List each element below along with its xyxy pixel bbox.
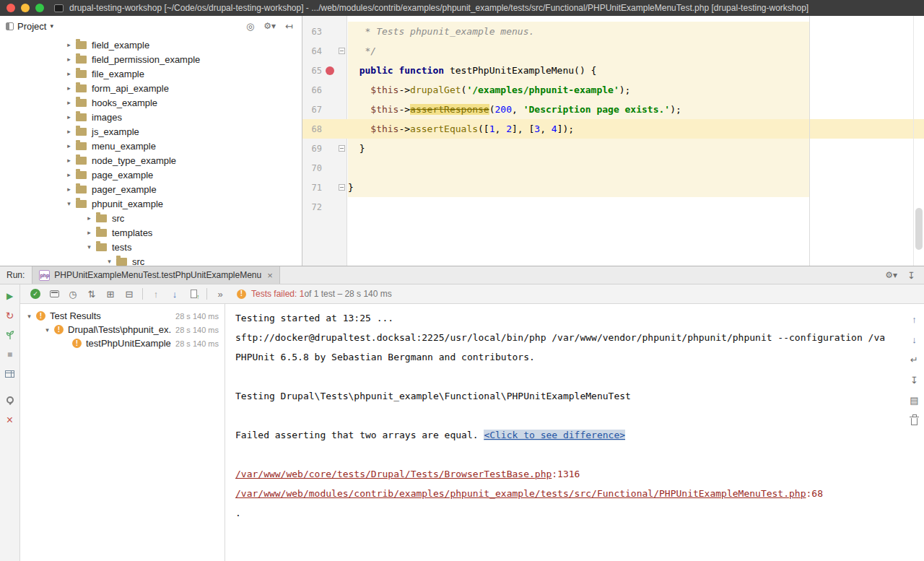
fold-marker-icon[interactable] [339, 184, 345, 191]
pin-icon[interactable] [2, 393, 18, 409]
export-results-icon[interactable] [184, 287, 203, 301]
chevron-right-icon[interactable]: ▸ [64, 84, 74, 92]
zoom-window-button[interactable] [35, 4, 44, 12]
editor-line[interactable]: 68 $this->assertEquals([1, 2], [3, 4]); [302, 119, 924, 139]
console-output[interactable]: Testing started at 13:25 ...sftp://docke… [225, 304, 905, 561]
chevron-right-icon[interactable]: ▸ [64, 41, 74, 48]
settings-gear-icon[interactable]: ⚙▾ [263, 22, 276, 30]
show-passed-icon[interactable]: ✓ [26, 287, 45, 301]
clear-all-icon[interactable] [907, 414, 922, 427]
project-item-label: page_example [92, 170, 153, 181]
console-icon[interactable] [45, 287, 64, 301]
next-occurrence-icon[interactable]: ↓ [165, 287, 184, 301]
fold-marker-icon[interactable] [339, 145, 345, 152]
chevron-right-icon[interactable]: ▸ [64, 113, 74, 121]
editor-line[interactable]: 69 } [302, 139, 924, 158]
chevron-right-icon[interactable]: ▸ [64, 70, 74, 77]
editor-line[interactable]: 70 [302, 158, 924, 178]
chevron-right-icon[interactable]: ▸ [64, 128, 74, 135]
project-tree-item[interactable]: ▾tests [0, 240, 302, 254]
rerun-failed-icon[interactable]: ↻ [2, 308, 18, 323]
project-tree-item[interactable]: ▸templates [0, 225, 302, 240]
editor-line[interactable]: 63 * Tests phpunit_example menus. [302, 22, 924, 41]
project-tree-item[interactable]: ▸menu_example [0, 139, 302, 153]
chevron-right-icon[interactable]: ▸ [64, 171, 74, 178]
soft-wrap-icon[interactable]: ↵ [907, 353, 922, 366]
expand-all-icon[interactable]: ⊞ [101, 287, 120, 301]
chevron-right-icon[interactable]: ▸ [64, 186, 74, 193]
editor-line[interactable]: 64 */ [302, 41, 924, 61]
project-tree-item[interactable]: ▸hooks_example [0, 95, 302, 110]
chevron-down-icon[interactable]: ▾ [43, 326, 52, 334]
down-stack-icon[interactable]: ↓ [907, 333, 922, 346]
up-stack-icon[interactable]: ↑ [907, 313, 922, 326]
gutter-test-marker-icon[interactable] [326, 66, 334, 75]
folder-icon [76, 142, 87, 150]
chevron-down-icon[interactable]: ▾ [104, 258, 115, 265]
test-tree-item[interactable]: testPhpUnitExampleM28 s 140 ms [20, 336, 225, 350]
editor-scrollbar[interactable] [913, 16, 924, 266]
project-tree-item[interactable]: ▾phpunit_example [0, 196, 302, 211]
close-tab-icon[interactable]: × [267, 270, 273, 281]
close-icon[interactable]: × [2, 412, 18, 428]
test-tree-item[interactable]: ▾Drupal\Tests\phpunit_ex...28 s 140 ms [20, 323, 225, 336]
test-tree-item[interactable]: ▾Test Results28 s 140 ms [20, 309, 225, 323]
chevron-right-icon[interactable]: ▸ [64, 157, 74, 164]
project-tree-item[interactable]: ▸js_example [0, 124, 302, 139]
project-tree-item[interactable]: ▸pager_example [0, 182, 302, 196]
collapse-all-icon[interactable]: ⊟ [120, 287, 139, 301]
settings-gear-icon[interactable]: ⚙▾ [885, 271, 897, 279]
console-text: Failed asserting that two arrays are equ… [235, 430, 484, 440]
sort-by-duration-icon[interactable]: ◷ [64, 287, 82, 301]
rerun-icon[interactable]: ▶ [2, 288, 18, 304]
line-number: 69 [306, 144, 322, 154]
close-window-button[interactable] [6, 4, 15, 12]
chevron-down-icon[interactable]: ▾ [84, 243, 95, 251]
project-tree-item[interactable]: ▾src [0, 254, 302, 266]
auto-test-icon[interactable] [2, 327, 18, 343]
project-tree-item[interactable]: ▸node_type_example [0, 153, 302, 168]
run-tab[interactable]: php PHPUnitExampleMenuTest.testPhpUnitEx… [32, 266, 279, 284]
editor-line[interactable]: 66 $this->drupalGet('/examples/phpunit-e… [302, 80, 924, 100]
chevron-right-icon[interactable]: ▸ [84, 229, 95, 236]
console-link[interactable]: /var/www/web/modules/contrib/examples/ph… [235, 488, 806, 499]
hide-bottom-icon[interactable]: ↧ [907, 271, 915, 280]
restore-layout-icon[interactable] [2, 366, 18, 382]
locate-file-icon[interactable]: ◎ [246, 22, 254, 31]
scrollbar-thumb[interactable] [915, 208, 923, 250]
chevron-down-icon[interactable]: ▾ [64, 200, 74, 207]
editor-line[interactable]: 65 public function testPhpUnitExampleMen… [302, 61, 924, 80]
chevron-down-icon[interactable]: ▾ [50, 22, 53, 30]
console-link[interactable]: /var/www/web/core/tests/Drupal/Tests/Bro… [235, 469, 552, 479]
project-tool-window-icon [6, 22, 14, 30]
sort-alpha-icon[interactable]: ⇅ [82, 287, 101, 301]
chevron-down-icon[interactable]: ▾ [25, 313, 34, 320]
chevron-right-icon[interactable]: ▸ [64, 99, 74, 106]
hide-panel-icon[interactable]: ↤ [285, 22, 293, 31]
project-tree-item[interactable]: ▸images [0, 110, 302, 124]
project-tree-item[interactable]: ▸field_permission_example [0, 52, 302, 66]
minimize-window-button[interactable] [21, 4, 30, 12]
editor-line[interactable]: 71} [302, 178, 924, 197]
project-tree-item[interactable]: ▸page_example [0, 168, 302, 182]
editor-line[interactable]: 67 $this->assertResponse(200, 'Descripti… [302, 100, 924, 119]
overflow-icon[interactable]: » [211, 287, 230, 301]
scroll-end-icon[interactable]: ↧ [907, 373, 922, 386]
project-panel-title[interactable]: Project [17, 21, 46, 32]
project-tree-item[interactable]: ▸file_example [0, 66, 302, 81]
console-link[interactable]: <Click to see difference> [484, 430, 625, 440]
project-tree-item[interactable]: ▸field_example [0, 38, 302, 52]
project-tree-item[interactable]: ▸form_api_example [0, 81, 302, 95]
fold-marker-icon[interactable] [339, 48, 345, 54]
editor[interactable]: 63 * Tests phpunit_example menus.64 */65… [302, 16, 924, 266]
editor-line[interactable]: 72 [302, 197, 924, 217]
folder-icon [76, 113, 87, 121]
project-tree-item[interactable]: ▸src [0, 211, 302, 225]
print-icon[interactable]: ▤ [907, 393, 922, 406]
prev-occurrence-icon[interactable]: ↑ [147, 287, 165, 301]
console-line: /var/www/web/core/tests/Drupal/Tests/Bro… [235, 464, 905, 484]
stop-icon[interactable]: ■ [2, 347, 18, 362]
chevron-right-icon[interactable]: ▸ [64, 142, 74, 149]
chevron-right-icon[interactable]: ▸ [64, 56, 74, 63]
chevron-right-icon[interactable]: ▸ [84, 214, 95, 222]
